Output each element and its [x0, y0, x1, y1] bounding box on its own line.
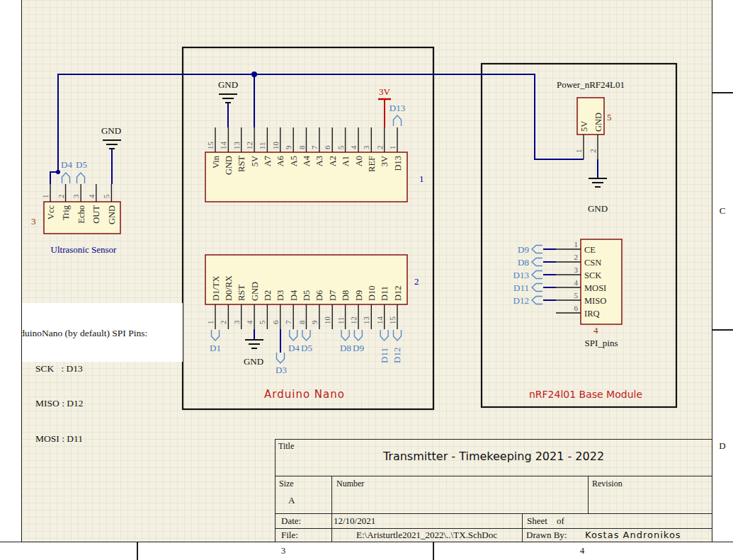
pin-number[interactable]: 10: [323, 316, 331, 325]
designator-spi[interactable]: 4: [593, 325, 598, 336]
port-arrow-icon[interactable]: [532, 297, 542, 304]
pin-name[interactable]: D2: [263, 290, 273, 301]
pin-number[interactable]: 1: [574, 149, 583, 154]
pin-name[interactable]: REF: [367, 156, 377, 172]
pin-number[interactable]: 15: [206, 142, 215, 150]
pin-number[interactable]: 7: [310, 145, 319, 149]
ultrasonic-caption[interactable]: Ultrasonic Sensor: [51, 244, 117, 255]
port-arrow-icon[interactable]: [394, 115, 402, 126]
pin-number[interactable]: 12: [349, 316, 358, 324]
pin-number[interactable]: 3: [232, 320, 241, 324]
pin-number[interactable]: 2: [589, 149, 597, 154]
pin-name[interactable]: MISO: [584, 296, 606, 306]
pin-number[interactable]: 7: [284, 320, 292, 324]
pin-name[interactable]: GND: [224, 156, 234, 175]
designator-arduino-part2[interactable]: 2: [414, 276, 419, 287]
pin-number[interactable]: 4: [87, 194, 96, 198]
port-arrow-icon[interactable]: [341, 330, 349, 341]
pin-name[interactable]: Trig: [61, 205, 71, 220]
designator-ultrasonic[interactable]: 3: [31, 216, 36, 227]
pin-name[interactable]: RST: [237, 285, 246, 301]
pin-name[interactable]: CSN: [584, 258, 601, 268]
pin-number[interactable]: 14: [375, 316, 384, 325]
port-arrow-icon[interactable]: [77, 173, 85, 183]
gnd-net-label[interactable]: GND: [101, 125, 121, 136]
gnd-symbol-arduino-bottom[interactable]: [245, 340, 263, 348]
port-D12[interactable]: D12: [392, 348, 402, 363]
port-D9[interactable]: D9: [353, 343, 364, 353]
pin-name[interactable]: A2: [328, 156, 338, 166]
port-arrow-icon[interactable]: [212, 330, 220, 341]
port-D5[interactable]: D5: [301, 343, 312, 353]
port-arrow-icon[interactable]: [302, 330, 310, 341]
pin-name[interactable]: A6: [275, 156, 285, 166]
port-arrow-icon[interactable]: [532, 284, 542, 292]
pin-name[interactable]: RST: [237, 156, 246, 172]
pin-number[interactable]: 1: [574, 240, 579, 248]
pin-number[interactable]: 3: [574, 265, 579, 274]
pin-name[interactable]: 3V: [380, 156, 390, 166]
gnd-symbol-arduino-top[interactable]: [219, 94, 237, 103]
port-D8[interactable]: D8: [518, 257, 529, 268]
port-D9[interactable]: D9: [518, 244, 529, 255]
pin-number[interactable]: 2: [57, 195, 65, 199]
pin-number[interactable]: 4: [574, 278, 579, 287]
port-D11[interactable]: D11: [379, 348, 390, 363]
pin-name[interactable]: MOSI: [584, 283, 606, 293]
gnd-net-label[interactable]: GND: [588, 203, 608, 214]
pin-number[interactable]: 15: [388, 316, 397, 325]
pin-name[interactable]: D9: [354, 290, 364, 301]
pin-number[interactable]: 13: [232, 142, 241, 150]
gnd-symbol-ultrasonic[interactable]: [103, 140, 121, 149]
pin-name[interactable]: D1/TX: [211, 276, 221, 301]
pin-number[interactable]: 9: [284, 145, 292, 149]
pin-name[interactable]: D5: [302, 290, 312, 301]
pin-number[interactable]: 14: [219, 142, 227, 150]
pin-number[interactable]: 5: [336, 145, 345, 149]
pin-name[interactable]: 5V: [579, 121, 589, 132]
port-D8[interactable]: D8: [340, 343, 351, 353]
port-D1[interactable]: D1: [210, 343, 221, 353]
note-block[interactable]: ArduinoNano (by default) SPI Pins: SCK :…: [6, 303, 183, 362]
pin-name[interactable]: D6: [314, 290, 324, 301]
pin-name[interactable]: GND: [107, 205, 117, 224]
pin-name[interactable]: D13: [393, 156, 403, 171]
pin-number[interactable]: 8: [297, 320, 306, 324]
pin-name[interactable]: A3: [314, 156, 324, 166]
pin-number[interactable]: 5: [574, 291, 579, 299]
pin-number[interactable]: 2: [574, 253, 579, 261]
pin-name[interactable]: Vin: [211, 155, 221, 168]
pin-name[interactable]: D12: [393, 285, 403, 301]
port-D11[interactable]: D11: [513, 282, 529, 293]
gnd-net-label[interactable]: GND: [244, 356, 263, 367]
port-D3[interactable]: D3: [275, 365, 287, 375]
pin-name[interactable]: D10: [367, 285, 377, 301]
gnd-net-label[interactable]: GND: [218, 79, 238, 90]
pin-number[interactable]: 6: [271, 320, 280, 324]
pin-name[interactable]: OUT: [91, 205, 101, 224]
pin-name[interactable]: SCK: [584, 270, 601, 280]
pin-name[interactable]: D3: [275, 290, 285, 301]
pin-number[interactable]: 3: [72, 194, 80, 198]
port-arrow-icon[interactable]: [532, 246, 542, 253]
gnd-symbol-nrf[interactable]: [589, 178, 607, 187]
pin-number[interactable]: 12: [245, 142, 254, 149]
port-arrow-icon[interactable]: [290, 330, 297, 341]
pin-name[interactable]: A5: [289, 156, 299, 166]
pin-name[interactable]: A7: [263, 156, 273, 166]
port-D5[interactable]: D5: [76, 159, 87, 170]
port-arrow-icon[interactable]: [532, 271, 542, 279]
port-D13[interactable]: D13: [390, 103, 405, 113]
pin-number[interactable]: 2: [375, 146, 384, 150]
pin-name[interactable]: D0/RX: [224, 275, 234, 301]
pin-name[interactable]: D4: [289, 290, 299, 301]
pin-name[interactable]: IRQ: [584, 309, 600, 319]
port-arrow-icon[interactable]: [380, 330, 388, 341]
pin-number[interactable]: 9: [310, 320, 319, 324]
pin-number[interactable]: 11: [336, 316, 345, 324]
pin-number[interactable]: 3: [362, 145, 370, 149]
pin-name[interactable]: D8: [341, 290, 351, 301]
pin-number[interactable]: 1: [206, 321, 215, 325]
pin-number[interactable]: 6: [323, 145, 331, 149]
port-arrow-icon[interactable]: [62, 173, 70, 183]
